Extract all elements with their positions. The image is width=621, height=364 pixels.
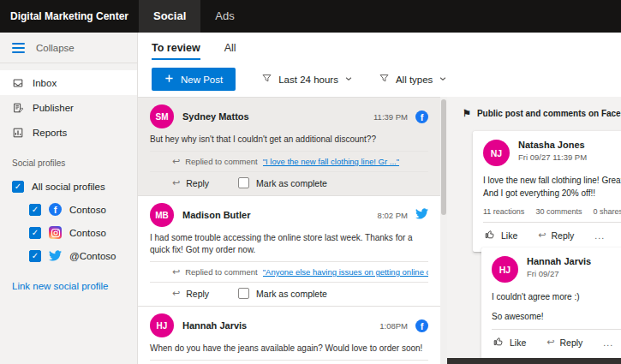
mark-complete-toggle[interactable]: Mark as complete xyxy=(238,177,327,188)
like-button[interactable]: Like xyxy=(485,229,517,242)
more-options-button[interactable]: ... xyxy=(594,230,605,241)
author-name: Natasha Jones xyxy=(518,140,587,150)
collapse-label: Collapse xyxy=(36,43,75,53)
filter-icon xyxy=(261,73,272,86)
post-stats: 11 reactions 30 comments 0 shares xyxy=(483,207,621,216)
message-text: When do you have the jeans available aga… xyxy=(150,343,428,355)
reply-arrow-icon xyxy=(172,156,180,167)
instagram-icon xyxy=(49,226,62,239)
profile-label: Contoso xyxy=(69,228,106,238)
scrollbar-thumb[interactable] xyxy=(441,99,446,215)
sidebar-item-label: Publisher xyxy=(33,103,74,113)
comment-actions: Like Reply ... xyxy=(492,330,621,350)
filter-label: All types xyxy=(396,75,433,85)
reply-arrow-icon xyxy=(172,266,180,277)
sidebar-item-publisher[interactable]: Publisher xyxy=(0,95,137,120)
replied-context: Replied to comment "New jeans collection… xyxy=(150,360,428,364)
topnav-tab-social[interactable]: Social xyxy=(139,0,200,33)
checkbox-checked-icon[interactable] xyxy=(29,227,41,239)
facebook-icon xyxy=(415,110,428,123)
sidebar: Collapse Inbox Publisher Reports Social … xyxy=(0,33,138,364)
feed-item-hannah-jarvis[interactable]: HJ Hannah Jarvis 1:08PM When do you have… xyxy=(138,307,440,364)
topnav-tab-ads[interactable]: Ads xyxy=(200,0,248,33)
post-header: NJ Natasha Jones Fri 09/27 11:39 PM xyxy=(483,140,621,166)
feed-item-actions: Reply Mark as complete xyxy=(150,171,428,195)
social-profiles-heading: Social profiles xyxy=(0,158,137,168)
timestamp: 8:02 PM xyxy=(378,211,408,220)
comments-count: 30 comments xyxy=(535,207,582,216)
feed-scrollbar[interactable] xyxy=(440,97,447,364)
profile-row-twitter[interactable]: @Contoso xyxy=(0,244,137,267)
feed-item-header: MB Madison Butler 8:02 PM xyxy=(150,203,428,227)
filter-icon xyxy=(379,73,390,86)
facebook-icon xyxy=(415,319,428,332)
avatar: NJ xyxy=(483,140,510,166)
avatar: SM xyxy=(150,104,174,128)
profile-row-instagram[interactable]: Contoso xyxy=(0,221,137,244)
mark-complete-toggle[interactable]: Mark as complete xyxy=(238,288,327,299)
post-card-natasha-jones[interactable]: NJ Natasha Jones Fri 09/27 11:39 PM I lo… xyxy=(473,131,621,252)
profile-row-facebook[interactable]: Contoso xyxy=(0,198,137,221)
twitter-icon xyxy=(49,249,62,262)
filter-time-range[interactable]: Last 24 hours xyxy=(261,73,353,86)
facebook-icon xyxy=(49,203,62,216)
checkbox-checked-icon[interactable] xyxy=(29,250,41,262)
app-header: Digital Marketing Center Social Ads xyxy=(0,0,621,33)
all-social-profiles-toggle[interactable]: All social profiles xyxy=(0,175,137,198)
feed-item-madison-butler[interactable]: MB Madison Butler 8:02 PM I had some tro… xyxy=(138,196,440,307)
replied-comment-link[interactable]: "I love the new fall clothing line! Gr .… xyxy=(263,157,399,166)
inbox-tabs: To review All xyxy=(138,33,621,60)
hamburger-icon xyxy=(12,43,25,53)
replied-context: Replied to comment "I love the new fall … xyxy=(150,151,428,171)
sidebar-item-label: Inbox xyxy=(33,78,57,88)
timestamp: 11:39 PM xyxy=(373,112,408,122)
filter-type[interactable]: All types xyxy=(379,73,447,86)
replied-prefix: Replied to comment xyxy=(185,157,257,166)
link-new-social-profile[interactable]: Link new social profile xyxy=(0,281,137,291)
checkbox-unchecked-icon[interactable] xyxy=(238,288,249,299)
like-label: Like xyxy=(510,337,526,348)
author-name: Sydney Mattos xyxy=(182,111,373,122)
profile-label: @Contoso xyxy=(69,251,116,261)
sidebar-item-inbox[interactable]: Inbox xyxy=(0,70,137,95)
like-button[interactable]: Like xyxy=(493,336,526,349)
new-post-label: New Post xyxy=(181,75,223,85)
replied-context: Replied to comment "Anyone else having i… xyxy=(150,261,428,282)
reply-button[interactable]: Reply xyxy=(538,230,574,241)
post-text: I love the new fall clothing line! Great… xyxy=(483,174,621,200)
comment-date: Fri 09/27 xyxy=(527,269,591,278)
new-post-button[interactable]: New Post xyxy=(152,68,236,91)
thumbs-up-icon xyxy=(493,336,505,349)
checkbox-unchecked-icon[interactable] xyxy=(238,177,249,188)
chevron-down-icon xyxy=(439,75,447,85)
reports-icon xyxy=(12,127,24,139)
reply-button[interactable]: Reply xyxy=(546,337,582,348)
reply-label: Reply xyxy=(186,178,209,188)
comment-header: HJ Hannah Jarvis Fri 09/27 xyxy=(492,256,621,283)
collapse-nav-button[interactable]: Collapse xyxy=(0,33,137,63)
app-title: Digital Marketing Center xyxy=(0,10,139,22)
reply-button[interactable]: Reply xyxy=(172,288,209,299)
checkbox-checked-icon[interactable] xyxy=(29,204,41,216)
filter-label: Last 24 hours xyxy=(278,75,338,85)
feed-item-sydney-mattos[interactable]: SM Sydney Mattos 11:39 PM But hey why is… xyxy=(138,98,440,196)
avatar: MB xyxy=(150,203,174,227)
checkbox-checked-icon[interactable] xyxy=(12,181,24,193)
author-name: Madison Butler xyxy=(182,210,378,220)
more-options-button[interactable]: ... xyxy=(603,337,613,348)
tab-to-review[interactable]: To review xyxy=(152,42,200,60)
tab-all[interactable]: All xyxy=(224,42,236,60)
reply-button[interactable]: Reply xyxy=(172,177,209,188)
reactions-count: 11 reactions xyxy=(483,207,524,216)
sidebar-nav: Inbox Publisher Reports xyxy=(0,70,137,145)
mark-complete-label: Mark as complete xyxy=(256,178,327,188)
replied-comment-link[interactable]: "Anyone else having issues on getting on… xyxy=(263,267,428,277)
chevron-down-icon xyxy=(344,75,353,85)
flag-icon xyxy=(463,108,471,119)
avatar: HJ xyxy=(150,313,174,337)
inbox-header: To review All New Post Last 24 hours All… xyxy=(138,33,621,97)
sidebar-item-reports[interactable]: Reports xyxy=(0,120,137,145)
inbox-feed: SM Sydney Mattos 11:39 PM But hey why is… xyxy=(138,97,440,364)
feed-item-header: SM Sydney Mattos 11:39 PM xyxy=(150,104,428,128)
comment-card-hannah-jarvis[interactable]: HJ Hannah Jarvis Fri 09/27 I couldn't ag… xyxy=(481,248,621,359)
